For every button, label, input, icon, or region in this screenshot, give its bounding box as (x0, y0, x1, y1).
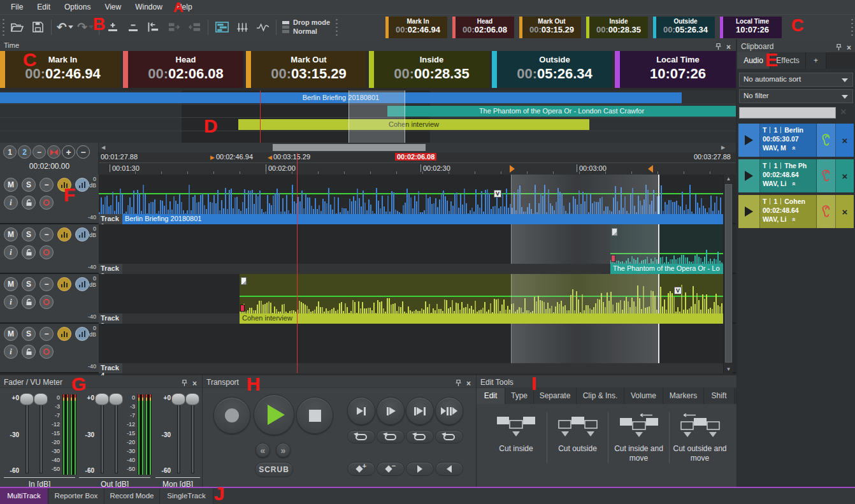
menu-edit[interactable]: Edit (30, 3, 57, 11)
record-arm-button[interactable] (40, 345, 54, 359)
pin-icon[interactable] (182, 378, 187, 389)
loop-button[interactable] (435, 430, 463, 443)
info-button[interactable]: i (4, 196, 18, 210)
project-overview[interactable]: Berlin Briefing 20180801 The Phantom of … (0, 90, 736, 143)
tab-clip-ins[interactable]: Clip & Ins. (577, 388, 624, 404)
tab-reporter-box[interactable]: Reporter Box (48, 488, 104, 504)
cut-inside-and-move-button[interactable]: Cut inside and move (608, 412, 669, 463)
selection-region[interactable] (511, 224, 659, 264)
play-between-marks-button[interactable] (406, 397, 434, 425)
tab-type[interactable]: Type (505, 388, 534, 404)
item-play-button[interactable] (738, 124, 760, 157)
toolbar-grip[interactable] (335, 19, 338, 36)
meter-display-button[interactable] (75, 277, 89, 291)
ruler-ticks[interactable]: 00:01:30 00:02:00 00:02:30 00:03:00 (99, 162, 736, 175)
close-icon[interactable]: × (726, 43, 731, 51)
item-play-button[interactable] (738, 159, 760, 192)
solo-button[interactable]: S (22, 277, 36, 291)
mute-button[interactable]: M (4, 327, 18, 341)
add-marker-button[interactable]: + (347, 462, 375, 476)
item-play-button[interactable] (738, 195, 760, 228)
prelisten-ear-icon[interactable] (817, 159, 836, 192)
filter-dropdown[interactable]: No filter (739, 89, 853, 103)
track-name[interactable]: Track 1 (99, 214, 122, 224)
fader-knob[interactable] (171, 393, 185, 405)
fader-track[interactable] (177, 396, 180, 473)
solo-button[interactable]: S (22, 327, 36, 341)
remove-marker-button[interactable]: − (377, 462, 405, 476)
scrub-button[interactable]: SCRUB (255, 462, 293, 477)
zoom-to-selection-button[interactable] (47, 145, 61, 159)
open-file-icon[interactable] (7, 18, 27, 37)
record-arm-button[interactable] (40, 245, 54, 259)
drop-mode-selector[interactable]: Drop mode Normal (282, 18, 330, 36)
close-icon[interactable]: × (466, 380, 471, 387)
zoom-preset-1-button[interactable]: 1 (3, 145, 17, 159)
selection-region[interactable] (511, 274, 659, 313)
fader-track[interactable] (25, 396, 29, 473)
item-remove-button[interactable]: × (836, 159, 854, 192)
track3-lane[interactable]: V (99, 274, 723, 313)
solo-button[interactable]: S (22, 227, 36, 241)
prev-marker-button[interactable] (435, 462, 463, 476)
sort-dropdown[interactable]: No automatic sort (739, 73, 853, 87)
menu-file[interactable]: File (4, 3, 30, 11)
zoom-preset-2-button[interactable]: 2 (18, 145, 31, 159)
fader-track[interactable] (101, 396, 104, 473)
item-info[interactable]: T1Cohen 00:02:48.64 WAV, Li» (760, 195, 817, 228)
fader-knob[interactable] (95, 393, 109, 405)
tab-singletrack[interactable]: SingleTrack (160, 488, 213, 504)
info-button[interactable]: i (4, 245, 18, 259)
collapse-button[interactable]: − (40, 178, 54, 192)
remove-track-icon[interactable] (123, 18, 143, 37)
overview-selection[interactable] (348, 90, 405, 143)
close-icon[interactable]: × (847, 44, 851, 52)
play-from-mark-button[interactable] (377, 397, 405, 425)
next-marker-button[interactable] (406, 462, 434, 476)
pin-icon[interactable] (456, 378, 461, 389)
meter-display-button[interactable] (75, 227, 89, 241)
overview-playhead[interactable] (260, 90, 261, 143)
item-info[interactable]: T1Berlin 00:05:30.07 WAV, M» (760, 124, 817, 157)
zoom-out-button[interactable]: − (76, 145, 90, 159)
meter-mode-button[interactable] (57, 277, 71, 291)
fader-knob[interactable] (185, 393, 199, 405)
play-to-mark-button[interactable] (347, 397, 375, 425)
fader-knob[interactable] (20, 393, 34, 405)
collapse-button[interactable]: − (40, 227, 54, 241)
meter-display-button[interactable] (75, 327, 89, 341)
scroll-down-icon[interactable]: ▼ (724, 365, 733, 373)
overview-clip-cohen[interactable]: Cohen interview (238, 119, 589, 130)
play-around-button[interactable] (435, 397, 463, 425)
clear-search-icon[interactable]: × (840, 106, 846, 118)
lock-button[interactable] (22, 245, 36, 259)
fader-track[interactable] (191, 396, 194, 473)
undo-icon[interactable]: ↶ (55, 18, 75, 37)
item-remove-button[interactable]: × (836, 195, 854, 228)
clip-note-icon[interactable] (241, 277, 247, 285)
meter-mode-button[interactable] (57, 227, 71, 241)
info-button[interactable]: i (4, 295, 18, 309)
meter-display-button[interactable] (75, 178, 89, 192)
tab-record-mode[interactable]: Record Mode (104, 488, 160, 504)
volume-point-marker[interactable]: V (674, 287, 682, 294)
zoom-in-button[interactable]: + (62, 145, 75, 159)
fader-knob[interactable] (109, 393, 123, 405)
tab-edit[interactable]: Edit (477, 388, 505, 404)
overview-clip-phantom[interactable]: The Phantom of the Opera Or - London Cas… (387, 106, 736, 117)
add-tab-button[interactable]: + (806, 52, 826, 69)
expand-chevron-icon[interactable]: » (789, 182, 798, 186)
timeline-ruler[interactable]: 00:01:27.88 ▶00:02:46.94 ◀00:03:15.29 00… (99, 152, 736, 175)
stop-button[interactable] (296, 397, 333, 434)
selection-region[interactable] (511, 324, 659, 363)
loop-button[interactable] (347, 430, 375, 443)
prelisten-ear-icon[interactable] (817, 195, 836, 228)
cut-outside-button[interactable]: Cut outside (547, 412, 608, 463)
toolbar-grip[interactable] (2, 19, 5, 36)
track-name[interactable]: Track 4 (99, 363, 122, 373)
mixer-icon[interactable] (232, 18, 252, 37)
lock-button[interactable] (22, 295, 36, 309)
forward-button[interactable]: » (276, 443, 291, 457)
multitrack-view-icon[interactable] (212, 18, 232, 37)
loop-button[interactable] (377, 430, 405, 443)
